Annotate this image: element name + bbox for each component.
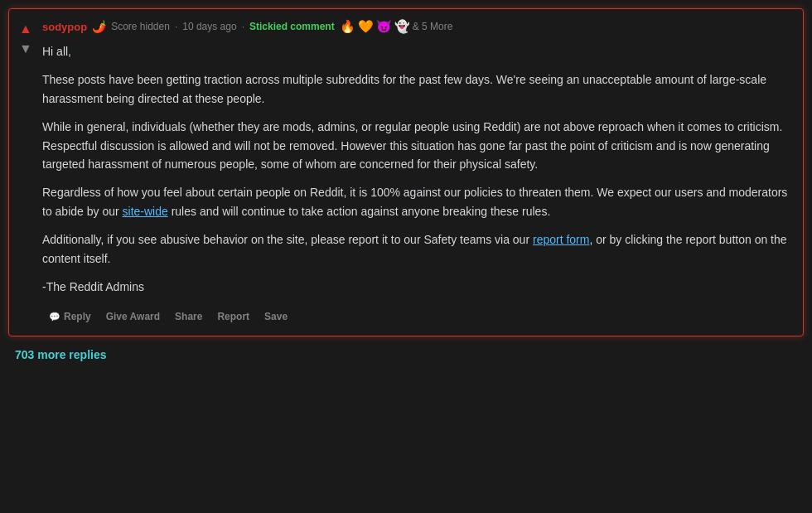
downvote-button[interactable]: ▼ bbox=[17, 41, 34, 57]
share-button[interactable]: Share bbox=[168, 307, 209, 326]
comment-card: ▲ ▼ sodypop 🌶️ Score hidden · 10 days ag… bbox=[8, 8, 804, 336]
mod-icon: 🌶️ bbox=[92, 20, 106, 33]
site-wide-link[interactable]: site-wide bbox=[123, 205, 168, 218]
reply-button[interactable]: 💬 Reply bbox=[42, 307, 98, 326]
paragraph-3: Regardless of how you feel about certain… bbox=[42, 183, 790, 220]
comment-body: sodypop 🌶️ Score hidden · 10 days ago · … bbox=[42, 19, 790, 326]
score-hidden: Score hidden bbox=[111, 21, 170, 32]
dot-separator-2: · bbox=[242, 21, 244, 32]
award-icons: 🔥 🧡 😈 👻 & 5 More bbox=[340, 19, 453, 34]
reply-label: Reply bbox=[64, 311, 91, 322]
vote-column: ▲ ▼ bbox=[16, 19, 36, 326]
share-label: Share bbox=[175, 311, 202, 322]
report-label: Report bbox=[217, 311, 249, 322]
paragraph-4-before-link: Additionally, if you see abusive behavio… bbox=[42, 233, 533, 246]
report-button[interactable]: Report bbox=[210, 307, 256, 326]
comment-text: Hi all, These posts have been getting tr… bbox=[42, 42, 790, 296]
paragraph-3-after-link: rules and will continue to take action a… bbox=[168, 205, 551, 218]
more-replies-link[interactable]: 703 more replies bbox=[8, 336, 804, 365]
upvote-button[interactable]: ▲ bbox=[17, 21, 34, 37]
award-icon-4: 👻 bbox=[394, 19, 410, 34]
greeting: Hi all, bbox=[42, 42, 790, 60]
save-label: Save bbox=[264, 311, 288, 322]
comment-actions: 💬 Reply Give Award Share Report Save bbox=[42, 307, 790, 326]
timestamp: 10 days ago bbox=[182, 21, 236, 32]
give-award-label: Give Award bbox=[106, 311, 160, 322]
paragraph-2: While in general, individuals (whether t… bbox=[42, 118, 790, 173]
dot-separator-1: · bbox=[175, 21, 177, 32]
comment-header: sodypop 🌶️ Score hidden · 10 days ago · … bbox=[42, 19, 790, 34]
signature: -The Reddit Admins bbox=[42, 278, 790, 296]
award-icon-2: 🧡 bbox=[358, 19, 374, 34]
give-award-button[interactable]: Give Award bbox=[99, 307, 167, 326]
save-button[interactable]: Save bbox=[258, 307, 294, 326]
award-icon-3: 😈 bbox=[376, 19, 392, 34]
stickied-label: Stickied comment bbox=[249, 21, 335, 32]
more-awards: & 5 More bbox=[413, 21, 453, 32]
paragraph-1: These posts have been getting traction a… bbox=[42, 70, 790, 108]
username[interactable]: sodypop bbox=[42, 21, 87, 33]
paragraph-4: Additionally, if you see abusive behavio… bbox=[42, 230, 790, 268]
award-icon-1: 🔥 bbox=[340, 19, 355, 34]
chat-icon: 💬 bbox=[49, 312, 60, 322]
report-form-link[interactable]: report form bbox=[533, 233, 589, 246]
